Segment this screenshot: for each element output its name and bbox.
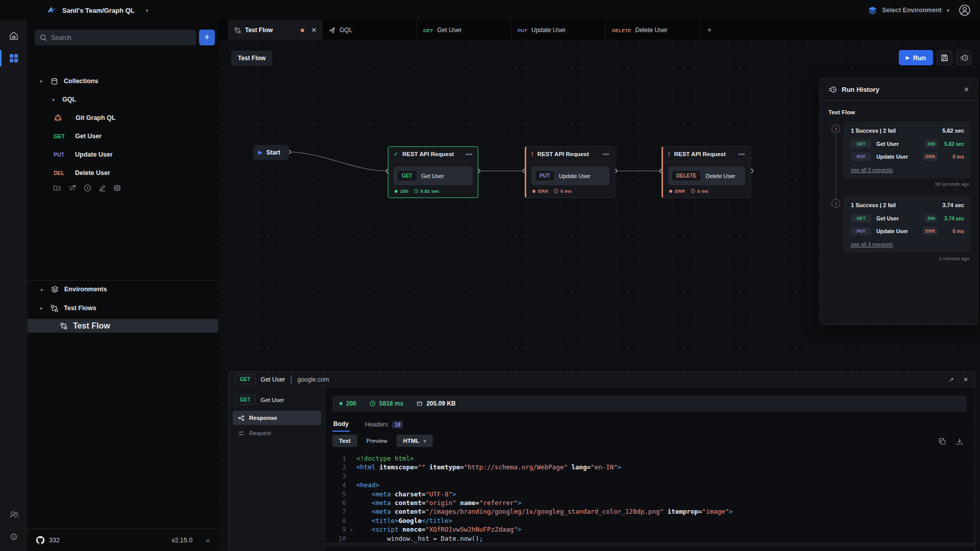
request-get-user[interactable]: GET Get User (28, 129, 218, 144)
github-star-count: 332 (49, 537, 60, 544)
node-menu-icon[interactable]: ••• (465, 152, 473, 157)
nav-response[interactable]: Response (233, 411, 321, 425)
group-gql[interactable]: ▾ GQL (28, 92, 218, 107)
history-flow-name: Test Flow (820, 101, 977, 118)
response-body: 200 5818 ms 205.09 KB Body Headers 18 (326, 388, 974, 551)
response-host: google.com (298, 376, 329, 383)
run-flow-button[interactable]: ▶ Run (899, 50, 933, 65)
method-badge: DEL (54, 170, 71, 176)
run-duration: 5.82 sec (942, 128, 964, 134)
response-code-editor[interactable]: 1<!doctype html>2<html itemscope="" item… (326, 454, 974, 547)
environments-header[interactable]: ▸ Environments (28, 282, 218, 297)
layers-icon (868, 6, 877, 15)
headers-count-badge: 18 (392, 421, 403, 429)
tab-gql[interactable]: GQL (323, 20, 417, 40)
method-badge: GET (54, 133, 71, 139)
node-request[interactable]: DELETE Delete User (668, 166, 745, 185)
app-version: v2.15.0 (172, 537, 192, 544)
add-collection-button[interactable]: + (199, 30, 215, 45)
code-line: 1<!doctype html> (326, 454, 974, 463)
tab-headers[interactable]: Headers 18 (364, 418, 404, 432)
collection-settings-icon[interactable] (113, 184, 121, 192)
tab-delete-user[interactable]: DELETE Delete User (606, 20, 700, 40)
duration: 0 ms (697, 188, 708, 194)
workspace-caret-icon[interactable]: ▾ (146, 8, 149, 13)
environments-label: Environments (64, 286, 107, 293)
environment-selector[interactable]: Select Environment ▾ (868, 0, 949, 20)
tab-update-user[interactable]: PUT Update User (511, 20, 606, 40)
nav-request[interactable]: Request (233, 426, 321, 440)
history-entry: ! 1 Success | 2 fail 5.82 sec GET Get Us… (820, 118, 977, 193)
tab-label: Test Flow (245, 27, 273, 34)
history-card[interactable]: 1 Success | 2 fail 5.82 sec GET Get User… (844, 121, 970, 178)
left-icon-rail: ⚙ (0, 20, 28, 551)
new-tab-icon[interactable]: + (700, 20, 719, 40)
team-members-icon[interactable] (0, 503, 28, 525)
code-line: 9▾ <script nonce="XQfRO1vw5w2hNuFPzZdaag… (326, 525, 974, 534)
status-dot (532, 190, 535, 193)
github-icon[interactable] (36, 536, 45, 545)
node-menu-icon[interactable]: ••• (602, 152, 609, 157)
view-text-button[interactable]: Text (332, 435, 357, 447)
transfer-requests-icon[interactable] (68, 184, 77, 192)
copy-response-icon[interactable] (939, 438, 946, 445)
status-badge: ERR (923, 153, 938, 161)
format-select[interactable]: HTML ▾ (397, 435, 433, 447)
close-panel-icon[interactable]: ✕ (963, 376, 968, 383)
request-update-user[interactable]: PUT Update User (28, 147, 218, 162)
run-duration: 3.74 sec (942, 202, 964, 208)
collections-rail-icon[interactable] (0, 47, 28, 69)
code-scrollbar-track[interactable] (326, 543, 974, 547)
request-git-graph-ql[interactable]: Git Graph QL (28, 110, 218, 126)
home-icon[interactable] (0, 24, 28, 47)
node-request[interactable]: GET Get User (394, 166, 473, 185)
status-code: 200 (400, 188, 408, 194)
see-all-link[interactable]: see all 3 requests (851, 167, 964, 173)
node-update-user[interactable]: ! REST API Request ••• PUT Update User E… (525, 146, 615, 198)
history-request-row: PUT Update User ERR 0 ms (851, 227, 964, 235)
edit-pen-icon[interactable] (99, 184, 106, 192)
status-code: ERR (675, 188, 685, 194)
test-flows-caret-icon: ▾ (40, 306, 42, 311)
new-folder-icon[interactable] (53, 184, 61, 192)
see-all-link[interactable]: see all 3 requests (851, 241, 964, 247)
code-line: 5 <meta charset="UTF-8"> (326, 490, 974, 498)
code-line: 6 <meta content="origin" name="referrer"… (326, 498, 974, 507)
main-area: Test Flow ✕ GQL GET Get User PUT Update … (218, 20, 980, 551)
node-menu-icon[interactable]: ••• (738, 152, 745, 157)
view-preview-button[interactable]: Preview (364, 435, 389, 447)
run-timestamp: 2 minutes ago (844, 253, 970, 266)
close-history-icon[interactable]: ✕ (964, 86, 969, 93)
download-response-icon[interactable] (956, 438, 963, 445)
code-line: 10 window._hst = Date.now(); (326, 534, 974, 543)
search-input[interactable] (51, 34, 191, 41)
view-label: Text (339, 438, 351, 444)
tab-label: GQL (339, 27, 352, 34)
tab-label: Headers (365, 421, 388, 428)
bolt-icon[interactable] (84, 184, 91, 192)
environment-caret-icon: ▾ (947, 8, 949, 13)
history-card[interactable]: 1 Success | 2 fail 3.74 sec GET Get User… (844, 196, 970, 253)
settings-gear-icon[interactable]: ⚙ (0, 525, 28, 548)
duration: 0 ms (560, 188, 572, 194)
close-tab-icon[interactable]: ✕ (311, 27, 316, 34)
user-avatar[interactable] (959, 4, 971, 16)
run-history-button[interactable] (956, 50, 972, 65)
start-node[interactable]: ▶ Start (253, 145, 289, 160)
collections-header[interactable]: ▾ Collections (28, 73, 218, 89)
node-delete-user[interactable]: ! REST API Request ••• DELETE Delete Use… (662, 146, 751, 198)
test-flows-header[interactable]: ▾ Test Flows (28, 300, 218, 316)
save-flow-button[interactable] (937, 50, 952, 65)
expand-panel-icon[interactable]: ↗ (949, 376, 954, 383)
history-entry: ! 1 Success | 2 fail 3.74 sec GET Get Us… (820, 193, 977, 267)
tab-body[interactable]: Body (332, 417, 350, 432)
request-name: Update User (876, 228, 908, 234)
tab-test-flow[interactable]: Test Flow ✕ (228, 20, 323, 40)
collapse-sidebar-icon[interactable]: « (206, 536, 210, 544)
test-flow-item[interactable]: Test Flow (28, 319, 218, 333)
request-delete-user[interactable]: DEL Delete User (28, 165, 218, 181)
node-get-user[interactable]: ✓ REST API Request ••• GET Get User 200 … (388, 146, 478, 198)
tab-get-user[interactable]: GET Get User (417, 20, 511, 40)
node-request[interactable]: PUT Update User (531, 166, 609, 185)
workspace-title[interactable]: Sanil's Team/Graph QL (62, 7, 135, 14)
